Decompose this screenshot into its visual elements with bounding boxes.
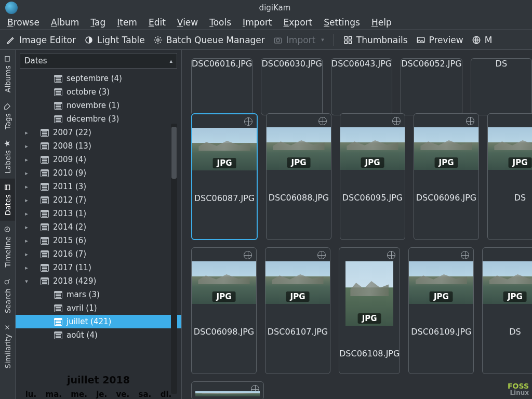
calendar-icon: [41, 210, 49, 218]
svg-rect-7: [349, 41, 351, 43]
tree-row[interactable]: mars (3): [23, 288, 181, 301]
thumbnail-image: JPG: [488, 127, 532, 170]
tree-label: 2013 (1): [53, 209, 86, 218]
date-tree[interactable]: septembre (4)octobre (3)novembre (1)déce…: [16, 71, 181, 369]
format-badge: JPG: [361, 157, 384, 168]
tree-row[interactable]: octobre (3): [23, 85, 181, 99]
tab-search[interactable]: Search: [0, 273, 15, 318]
globe-icon: [461, 251, 469, 259]
thumbnail-filename: DSC06087.JPG: [194, 193, 255, 203]
thumbnail-view[interactable]: DSC06016.JPGDSC06030.JPGDSC06043.JPGDSC0…: [182, 50, 532, 399]
thumbnail-cell[interactable]: JPG DS: [482, 247, 532, 374]
gear-icon: [153, 35, 163, 45]
thumbnail-cell[interactable]: DSC06043.JPG: [331, 58, 392, 115]
tree-row[interactable]: ▸2017 (11): [23, 261, 181, 274]
clock-icon: [4, 226, 11, 233]
tree-row[interactable]: août (4): [23, 328, 181, 342]
thumbnail-cell[interactable]: DSC06052.JPG: [401, 58, 462, 115]
tree-row[interactable]: ▸2008 (13): [23, 139, 181, 153]
tab-dates[interactable]: Dates: [0, 179, 15, 221]
tree-row[interactable]: ▸2011 (3): [23, 180, 181, 193]
calendar-icon: [54, 102, 62, 110]
tree-row[interactable]: ▾2018 (429): [23, 274, 181, 288]
format-badge: JPG: [286, 291, 310, 302]
menu-browse[interactable]: Browse: [7, 17, 39, 28]
tree-row[interactable]: ▸2007 (22): [23, 126, 181, 139]
tree-label: 2017 (11): [53, 263, 91, 272]
tree-row[interactable]: novembre (1): [23, 99, 181, 112]
thumbnail-cell[interactable]: JPG DSC06098.JPG: [191, 247, 257, 374]
svg-point-3: [276, 38, 280, 42]
thumbnail-filename: DSC06043.JPG: [331, 59, 392, 69]
menu-import[interactable]: Import: [243, 17, 272, 28]
light-table-button[interactable]: Light Table: [84, 35, 145, 45]
thumbnail-filename: DS: [496, 59, 507, 69]
tree-row[interactable]: ▸2016 (7): [23, 247, 181, 261]
menu-tag[interactable]: Tag: [90, 17, 105, 28]
thumbnail-cell[interactable]: JPG DSC06096.JPG: [414, 113, 479, 240]
thumbnail-cell[interactable]: JPG DS: [487, 113, 532, 240]
import-button[interactable]: Import: [273, 35, 324, 45]
star-icon: [4, 140, 11, 147]
thumbnails-button[interactable]: Thumbnails: [343, 35, 408, 45]
tree-scrollbar[interactable]: [171, 124, 177, 394]
format-badge: JPG: [213, 158, 236, 168]
tree-row[interactable]: décembre (3): [23, 112, 181, 126]
thumbnail-cell[interactable]: JPG DSC06088.JPG: [266, 113, 331, 240]
thumbnail-image: JPG: [192, 128, 257, 170]
tree-label: 2007 (22): [53, 128, 91, 137]
calendar-icon: [54, 291, 62, 299]
tree-row[interactable]: septembre (4): [23, 72, 181, 85]
thumbnail-image: JPG: [340, 127, 405, 170]
menu-view[interactable]: View: [177, 17, 198, 28]
globe-icon: [387, 251, 395, 259]
menu-item[interactable]: Item: [117, 17, 137, 28]
svg-point-1: [157, 38, 159, 41]
preview-button[interactable]: Preview: [416, 35, 463, 45]
menu-export[interactable]: Export: [284, 17, 313, 28]
image-editor-button[interactable]: Image Editor: [6, 35, 76, 45]
menu-album[interactable]: Album: [51, 17, 79, 28]
tree-row[interactable]: ▸2009 (4): [23, 153, 181, 166]
menu-settings[interactable]: Settings: [324, 17, 360, 28]
thumbnail-cell[interactable]: [191, 381, 264, 399]
menu-bar: Browse Album Tag Item Edit View Tools Im…: [0, 16, 532, 30]
tree-row[interactable]: ▸2013 (1): [23, 207, 181, 220]
menu-edit[interactable]: Edit: [149, 17, 166, 28]
menu-help[interactable]: Help: [371, 17, 392, 28]
tree-row[interactable]: ▸2015 (6): [23, 234, 181, 247]
panel-header[interactable]: Dates ▴: [20, 53, 177, 69]
calendar-icon: [54, 318, 62, 326]
tree-label: 2015 (6): [53, 236, 86, 245]
tree-row[interactable]: ▸2012 (7): [23, 193, 181, 207]
thumbnail-image: JPG: [409, 261, 473, 304]
thumbnail-cell[interactable]: JPG DSC06087.JPG: [191, 113, 258, 240]
tab-timeline[interactable]: Timeline: [0, 221, 15, 273]
thumbnail-cell[interactable]: JPG DSC06108.JPG: [339, 247, 400, 374]
left-tab-strip: Albums Tags Labels Dates Timeline Search…: [0, 50, 16, 399]
thumbnail-cell[interactable]: DSC06030.JPG: [261, 58, 322, 115]
globe-icon: [318, 117, 327, 125]
calendar-icon: [41, 264, 49, 272]
tree-row[interactable]: avril (1): [23, 301, 181, 315]
thumbnail-cell[interactable]: DSC06016.JPG: [191, 58, 252, 115]
thumbnail-cell[interactable]: JPG DSC06095.JPG: [340, 113, 405, 240]
tree-label: octobre (3): [66, 87, 110, 97]
globe-icon: [392, 117, 401, 125]
tree-row[interactable]: juillet (421): [16, 315, 181, 328]
thumbnail-cell[interactable]: JPG DSC06109.JPG: [408, 247, 474, 374]
thumbnail-filename: DSC06107.JPG: [268, 327, 328, 337]
thumbnail-cell[interactable]: JPG DSC06107.JPG: [265, 247, 330, 374]
tab-labels[interactable]: Labels: [0, 135, 15, 179]
tree-row[interactable]: ▸2014 (2): [23, 220, 181, 234]
thumbnail-cell[interactable]: DS: [471, 58, 532, 115]
tab-tags[interactable]: Tags: [0, 98, 15, 135]
batch-queue-button[interactable]: Batch Queue Manager: [153, 35, 265, 45]
format-badge: JPG: [212, 291, 236, 302]
map-button[interactable]: M: [472, 35, 493, 45]
menu-tools[interactable]: Tools: [209, 17, 231, 28]
tab-albums[interactable]: Albums: [0, 50, 15, 98]
format-badge: JPG: [509, 157, 532, 168]
tab-similarity[interactable]: Similarity: [0, 318, 15, 374]
tree-row[interactable]: ▸2010 (9): [23, 166, 181, 180]
